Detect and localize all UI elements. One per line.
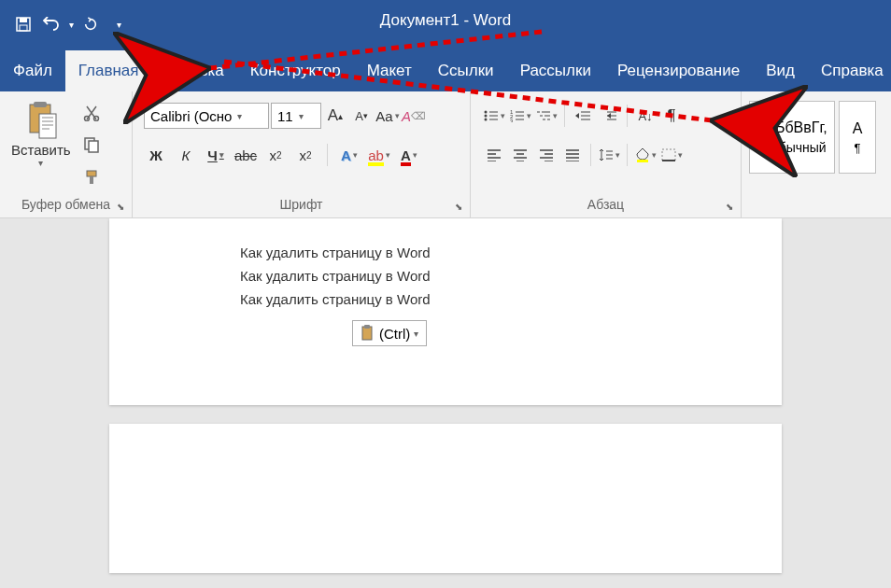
bullets-button[interactable] [482,104,506,128]
show-marks-icon[interactable]: ¶ [659,104,684,128]
paste-popup-label: (Ctrl) [379,326,410,342]
borders-button[interactable] [659,143,684,167]
tab-insert[interactable]: Вставка [152,50,237,91]
group-font-label: Шрифт⬊ [138,193,464,216]
group-paragraph: 123 А↓ ¶ Абзац⬊ [471,91,742,217]
svg-rect-1 [20,18,27,22]
undo-dropdown-icon[interactable]: ▾ [65,10,77,38]
decrease-indent-icon[interactable] [571,104,595,128]
ribbon: Вставить ▾ Буфер обмена⬊ Calibri (Осно▾ … [0,91,891,218]
redo-icon[interactable] [77,10,105,38]
svg-rect-2 [20,25,27,31]
doc-line[interactable]: Как удалить страницу в Word [240,268,651,284]
save-icon[interactable] [9,10,37,38]
page-1[interactable]: Как удалить страницу в Word Как удалить … [109,218,782,405]
ribbon-tabs: Файл Главная Вставка Конструктор Макет С… [0,49,891,91]
svg-point-14 [484,119,487,121]
superscript-button[interactable]: x2 [293,143,318,167]
paste-options-popup[interactable]: (Ctrl) ▾ [352,320,427,346]
tab-home[interactable]: Главная [65,50,152,91]
cut-icon[interactable] [80,102,103,124]
style-next[interactable]: А ¶ [839,101,876,174]
paragraph-launcher-icon[interactable]: ⬊ [726,202,733,212]
style-normal[interactable]: АаБбВвГг, ¶ Обычный [749,101,835,174]
svg-rect-19 [662,149,675,161]
grow-font-icon[interactable]: A▴ [323,104,347,128]
align-right-icon[interactable] [534,143,559,167]
text-effects-button[interactable]: A [337,143,361,167]
group-styles: АаБбВвГг, ¶ Обычный А ¶ [742,91,891,217]
format-painter-icon[interactable] [80,166,103,189]
tab-references[interactable]: Ссылки [425,50,507,91]
increase-indent-icon[interactable] [597,104,621,128]
shading-button[interactable] [633,143,658,167]
clipboard-launcher-icon[interactable]: ⬊ [117,202,124,212]
subscript-button[interactable]: x2 [263,143,288,167]
clipboard-icon [361,325,375,342]
page-2[interactable] [109,424,782,573]
undo-icon[interactable] [37,10,65,38]
tab-mailings[interactable]: Рассылки [507,50,604,91]
group-paragraph-label: Абзац⬊ [476,193,735,216]
tab-design[interactable]: Конструктор [237,50,354,91]
style-next-preview: А [853,120,863,137]
svg-point-12 [484,111,487,114]
numbering-button[interactable]: 123 [508,104,532,128]
svg-rect-4 [34,102,47,107]
window-title: Документ1 - Word [305,11,586,30]
tab-view[interactable]: Вид [753,50,808,91]
tab-help[interactable]: Справка [808,50,891,91]
svg-rect-9 [89,141,98,152]
group-font: Calibri (Осно▾ 11▾ A▴ A▾ Aa A⌫ Ж К Ч abc… [133,91,471,217]
paste-label: Вставить [11,142,71,158]
font-name-combo[interactable]: Calibri (Осно▾ [144,103,269,129]
font-launcher-icon[interactable]: ⬊ [455,202,462,212]
document-area[interactable]: Как удалить страницу в Word Как удалить … [0,218,891,588]
paste-button[interactable]: Вставить ▾ [6,97,77,193]
align-left-icon[interactable] [482,143,506,167]
group-clipboard: Вставить ▾ Буфер обмена⬊ [0,91,133,217]
qat-more-icon[interactable]: ▾ [105,10,133,38]
highlight-button[interactable]: ab [367,143,391,167]
group-clipboard-label: Буфер обмена⬊ [6,193,126,216]
change-case-button[interactable]: Aa [375,104,400,128]
underline-button[interactable]: Ч [204,143,228,167]
bold-button[interactable]: Ж [144,143,168,167]
tab-file[interactable]: Файл [0,50,65,91]
italic-button[interactable]: К [174,143,198,167]
shrink-font-icon[interactable]: A▾ [349,104,374,128]
svg-rect-20 [362,327,372,340]
tab-review[interactable]: Рецензирование [604,50,753,91]
style-normal-preview: АаБбВвГг, [757,119,827,136]
svg-rect-10 [87,171,96,176]
style-normal-name: ¶ Обычный [757,140,826,155]
svg-rect-18 [637,160,648,162]
svg-point-13 [484,115,487,118]
font-size-combo[interactable]: 11▾ [271,103,321,129]
svg-text:3: 3 [510,119,514,122]
sort-button[interactable]: А↓ [633,104,658,128]
strike-button[interactable]: abc [233,143,258,167]
titlebar: ▾ ▾ Документ1 - Word [0,0,891,49]
svg-rect-21 [364,325,370,329]
clear-format-icon[interactable]: A⌫ [402,104,426,128]
tab-layout[interactable]: Макет [354,50,425,91]
multilevel-button[interactable] [534,104,559,128]
line-spacing-button[interactable] [597,143,621,167]
align-center-icon[interactable] [508,143,532,167]
doc-line[interactable]: Как удалить страницу в Word [240,291,651,307]
copy-icon[interactable] [80,133,103,156]
doc-line[interactable]: Как удалить страницу в Word [240,245,651,260]
font-color-button[interactable]: A [397,143,421,167]
svg-rect-11 [90,176,93,184]
justify-icon[interactable] [560,143,585,167]
